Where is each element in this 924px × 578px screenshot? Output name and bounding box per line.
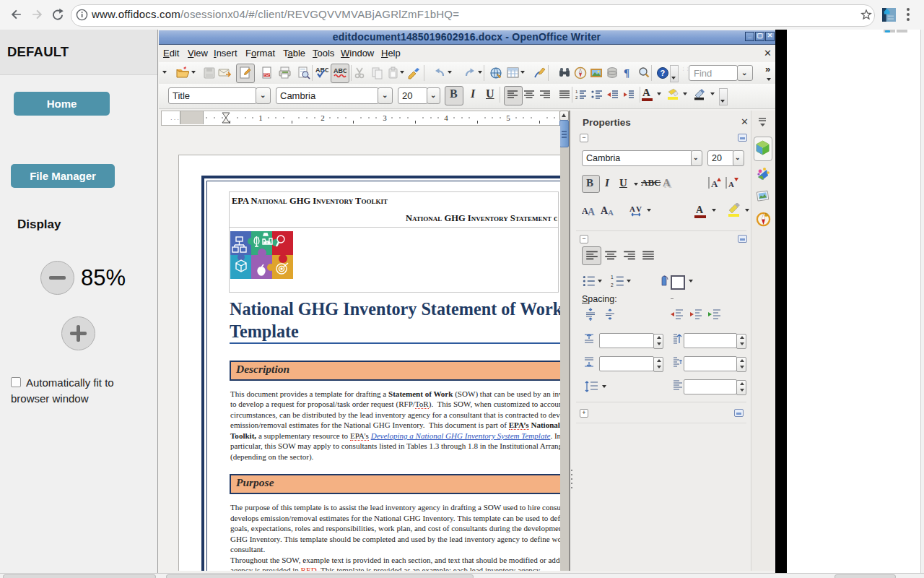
svg-text:2: 2	[611, 282, 614, 288]
svg-text:1: 1	[258, 113, 263, 122]
svg-text:¶: ¶	[624, 67, 629, 79]
svg-text:5: 5	[506, 113, 510, 122]
svg-text:PDF: PDF	[264, 73, 271, 77]
svg-text:A: A	[711, 178, 718, 189]
svg-text:A: A	[629, 204, 635, 213]
svg-text:ABC: ABC	[334, 67, 346, 74]
svg-text:1: 1	[575, 90, 578, 94]
svg-text:A: A	[588, 207, 596, 217]
svg-text:A: A	[728, 180, 734, 189]
svg-text:1: 1	[611, 275, 614, 280]
svg-text:4: 4	[444, 113, 448, 122]
svg-text:?: ?	[661, 69, 666, 77]
svg-text:A: A	[608, 208, 614, 217]
svg-text:2: 2	[321, 113, 325, 122]
svg-text:V: V	[636, 204, 642, 213]
svg-text:N: N	[765, 213, 768, 217]
svg-text:2: 2	[575, 95, 578, 100]
svg-text:3: 3	[383, 113, 387, 122]
